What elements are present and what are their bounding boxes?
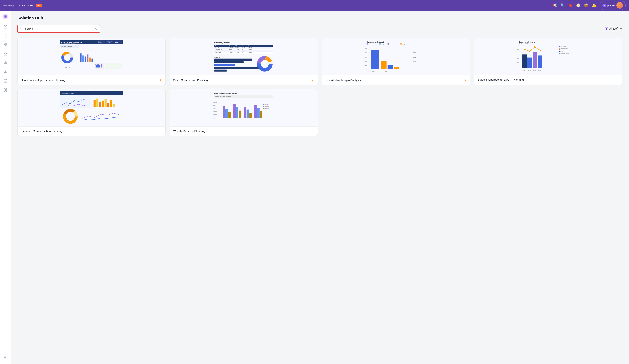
card-sales-ops[interactable]: Supply and Demand Total Supply Internal … bbox=[474, 38, 623, 85]
sidebar-item-person[interactable] bbox=[1, 68, 9, 76]
card-title-incentive-comp: Incentive Compensation Planning bbox=[21, 129, 62, 133]
svg-text:Q1 25: Q1 25 bbox=[523, 70, 525, 72]
svg-rect-53 bbox=[97, 64, 99, 67]
solution-hub-label: Solution Hub bbox=[19, 4, 34, 7]
star-icon-sales-commission[interactable]: ★ bbox=[312, 78, 314, 82]
sidebar-item-target[interactable] bbox=[1, 40, 9, 49]
svg-rect-40 bbox=[80, 53, 81, 62]
svg-text:480K: 480K bbox=[364, 61, 367, 62]
bookmark-icon[interactable]: 🔖 bbox=[568, 3, 573, 8]
svg-text:Forecasted Demand: Forecasted Demand bbox=[561, 53, 569, 54]
svg-text:$80,000: $80,000 bbox=[213, 105, 217, 106]
svg-rect-200 bbox=[260, 111, 262, 118]
star-icon-saas-revenue[interactable]: ★ bbox=[159, 78, 162, 82]
svg-text:Revenue: Revenue bbox=[214, 56, 220, 58]
filter-button[interactable]: All (25) bbox=[605, 27, 623, 31]
cube-icon[interactable]: 📦 bbox=[584, 3, 589, 8]
svg-text:1M: 1M bbox=[518, 45, 519, 46]
svg-text:Weekly Units Sold by Region: Weekly Units Sold by Region bbox=[214, 93, 237, 94]
svg-text:Total Supply: Total Supply bbox=[561, 46, 566, 47]
svg-text:Q2: Q2 bbox=[235, 45, 237, 46]
svg-text:60001: 60001 bbox=[413, 57, 416, 58]
get-help-link[interactable]: Get Help bbox=[3, 4, 14, 7]
svg-text:158,000: 158,000 bbox=[235, 52, 239, 53]
user-avatar[interactable]: A bbox=[617, 2, 623, 9]
card-weekly-demand[interactable]: Weekly Units Sold by Region Weekly Units… bbox=[170, 89, 318, 136]
svg-text:Q3: Q3 bbox=[242, 45, 243, 46]
app-logo[interactable] bbox=[2, 13, 9, 20]
svg-rect-52 bbox=[96, 65, 97, 67]
svg-point-4 bbox=[5, 35, 6, 36]
svg-rect-159 bbox=[92, 95, 122, 108]
megaphone-icon[interactable]: 📢 bbox=[553, 3, 557, 8]
svg-text:112,000: 112,000 bbox=[235, 49, 239, 50]
svg-text:North Region: North Region bbox=[215, 47, 221, 48]
solution-hub-link[interactable]: Solution Hub NEW bbox=[19, 4, 42, 7]
svg-text:960K: 960K bbox=[517, 49, 519, 50]
svg-rect-120 bbox=[394, 67, 399, 69]
svg-rect-142 bbox=[522, 54, 526, 68]
svg-rect-95 bbox=[214, 64, 235, 66]
svg-text:$20,000: $20,000 bbox=[213, 114, 217, 116]
svg-text:9/29 2023: 9/29 2023 bbox=[223, 121, 227, 121]
svg-line-20 bbox=[22, 29, 23, 29]
svg-text:3.63%: 3.63% bbox=[107, 41, 110, 43]
sidebar-item-chart[interactable] bbox=[1, 59, 9, 67]
card-contribution-margin[interactable]: Customer by Product Total Channel Budget… bbox=[322, 38, 470, 85]
main-content: Solution Hub ✕ All (25) bbox=[11, 11, 629, 364]
brand-button[interactable]: P planful A bbox=[600, 1, 626, 10]
svg-rect-164 bbox=[105, 99, 107, 107]
svg-rect-9 bbox=[5, 52, 7, 53]
card-thumbnail-sales-ops: Supply and Demand Total Supply Internal … bbox=[474, 38, 622, 75]
card-title-sales-commission: Sales Commission Planning bbox=[173, 79, 208, 82]
svg-text:108,000: 108,000 bbox=[242, 50, 245, 52]
svg-text:Q3 25: Q3 25 bbox=[533, 70, 536, 72]
search-nav-icon[interactable]: 🔍 bbox=[560, 3, 565, 8]
svg-text:Total: Total bbox=[248, 45, 250, 46]
search-row: ✕ All (25) bbox=[17, 25, 623, 33]
sidebar-item-home[interactable] bbox=[1, 22, 9, 31]
cards-grid-row1: SAAS METRICS DASHBOARD 2025 Plan & Budge… bbox=[17, 38, 623, 85]
sidebar-pin-icon[interactable] bbox=[1, 353, 9, 362]
svg-text:2025 ARR Waterfall: 2025 ARR Waterfall bbox=[61, 45, 72, 47]
svg-rect-172 bbox=[80, 110, 122, 123]
card-sales-commission[interactable]: Summary Report Account Q1 Q2 Q3 Total No… bbox=[170, 38, 318, 85]
svg-rect-193 bbox=[236, 107, 238, 118]
card-footer-contribution-margin: Contribution Margin Analysis ★ bbox=[322, 75, 470, 85]
svg-rect-11 bbox=[5, 54, 7, 55]
svg-rect-117 bbox=[371, 50, 379, 69]
svg-rect-191 bbox=[228, 112, 231, 118]
svg-text:$60,000: $60,000 bbox=[213, 108, 217, 109]
svg-rect-190 bbox=[225, 109, 228, 118]
svg-text:720K: 720K bbox=[364, 57, 367, 58]
compass-icon[interactable]: 🧭 bbox=[576, 3, 581, 8]
search-input[interactable] bbox=[25, 27, 93, 31]
sidebar-item-settings[interactable] bbox=[1, 86, 9, 94]
card-saas-revenue[interactable]: SAAS METRICS DASHBOARD 2025 Plan & Budge… bbox=[17, 38, 165, 85]
sidebar-item-bag[interactable] bbox=[1, 77, 9, 85]
svg-text:$100,000: $100,000 bbox=[213, 102, 217, 103]
svg-rect-187 bbox=[263, 108, 264, 109]
svg-rect-167 bbox=[113, 104, 115, 107]
star-icon-contribution-margin[interactable]: ★ bbox=[464, 78, 467, 82]
bell-icon[interactable]: 🔔 bbox=[592, 3, 596, 8]
sidebar-item-grid[interactable] bbox=[1, 50, 9, 58]
sidebar bbox=[0, 11, 11, 364]
svg-text:South Region: South Region bbox=[215, 49, 221, 50]
top-navigation: Get Help Solution Hub NEW 📢 🔍 🔖 🧭 📦 🔔 P … bbox=[0, 0, 629, 11]
card-incentive-comp[interactable]: Incentive Compensation bbox=[17, 89, 165, 136]
svg-rect-131 bbox=[559, 49, 560, 50]
main-layout: Solution Hub ✕ All (25) bbox=[0, 11, 629, 364]
svg-text:720K: 720K bbox=[517, 53, 519, 55]
svg-text:170,000: 170,000 bbox=[242, 52, 245, 53]
svg-text:Account: Account bbox=[215, 45, 219, 46]
svg-rect-8 bbox=[4, 52, 5, 53]
clear-search-icon[interactable]: ✕ bbox=[94, 27, 97, 31]
new-badge: NEW bbox=[35, 4, 42, 7]
svg-text:135,000: 135,000 bbox=[235, 47, 239, 48]
svg-text:Revenue Analysis: Revenue Analysis bbox=[106, 63, 114, 65]
svg-rect-103 bbox=[367, 43, 368, 44]
svg-text:Orders: Orders bbox=[561, 51, 564, 52]
sidebar-item-reports[interactable] bbox=[1, 31, 9, 40]
svg-rect-189 bbox=[223, 106, 225, 118]
